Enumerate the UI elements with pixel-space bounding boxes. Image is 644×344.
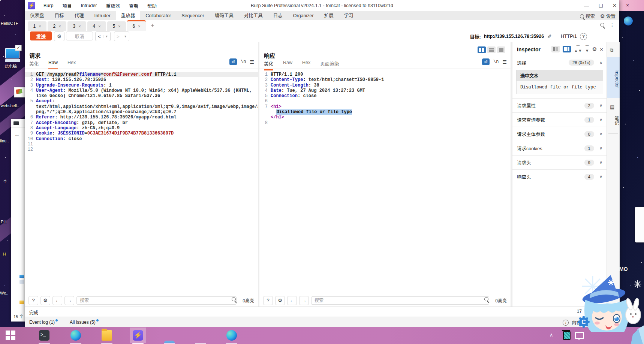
event-log-button[interactable]: Event log (1)	[29, 319, 58, 325]
repeater-tab-2[interactable]: 2×	[48, 21, 66, 31]
inspector-dock-left-icon[interactable]	[551, 46, 560, 52]
side-tab-inspector[interactable]: Inspector	[607, 60, 620, 97]
collapse-all-icon[interactable]: ▔▼	[585, 46, 589, 52]
send-settings-gear-icon[interactable]: ⚙	[54, 31, 64, 41]
edge-icon[interactable]	[70, 330, 81, 341]
tab-Sequencer[interactable]: Sequencer	[176, 11, 209, 20]
word-wrap-toggle-icon[interactable]: ⏎	[229, 58, 237, 65]
inspector-section-请求属性[interactable]: 请求属性2∨	[512, 98, 607, 112]
browser-orb-icon[interactable]	[624, 16, 633, 25]
help-icon[interactable]: ?	[580, 33, 587, 40]
edit-pencil-icon[interactable]: ✎	[546, 34, 552, 39]
protocol-selector[interactable]: HTTP/1	[561, 34, 577, 39]
search-settings-icon[interactable]: ⚙	[40, 296, 50, 305]
tab-代理[interactable]: 代理	[69, 11, 89, 20]
search-help-icon[interactable]: ?	[28, 296, 38, 305]
layout-rows-icon[interactable]	[487, 46, 496, 53]
inspector-section-请求查询参数[interactable]: 请求查询参数1∨	[512, 112, 607, 127]
burp-icon[interactable]: ⚡	[133, 330, 143, 341]
edge2-icon[interactable]	[226, 330, 237, 341]
notes-doc-icon[interactable]: ▤	[610, 104, 614, 110]
subtab-Hex[interactable]: Hex	[67, 60, 76, 69]
desktop-icon-helloctf[interactable]: HelloCTF	[1, 21, 25, 25]
menu-item[interactable]: Burp	[39, 3, 58, 8]
search-prev-icon[interactable]: ←	[52, 296, 62, 305]
chevron-down-icon[interactable]: ∨	[599, 146, 602, 151]
response-search-input[interactable]	[311, 296, 489, 305]
close-tab-icon[interactable]: ×	[78, 24, 81, 28]
tab-Collaborator[interactable]: Collaborator	[140, 11, 176, 20]
menu-item[interactable]: 重放器	[102, 2, 125, 9]
tab-重放器[interactable]: 重放器	[116, 11, 141, 20]
tab-对比工具[interactable]: 对比工具	[239, 11, 268, 20]
request-editor[interactable]: 1GET /myapp/read?filename=conf%2Fserver.…	[25, 72, 258, 294]
layout-single-icon[interactable]	[497, 46, 505, 53]
tab-Intruder[interactable]: Intruder	[89, 11, 116, 20]
inspector-section-请求头[interactable]: 请求头9∨	[512, 155, 607, 169]
word-wrap-toggle-icon[interactable]: ⏎	[482, 58, 490, 65]
tab-仪表盘[interactable]: 仪表盘	[25, 11, 49, 20]
search-next-icon[interactable]: →	[299, 296, 309, 305]
inspector-section-响应头[interactable]: 响应头4∨	[512, 169, 607, 184]
repeater-tab-6[interactable]: 6×	[127, 20, 146, 31]
search-settings-icon[interactable]: ⚙	[275, 296, 285, 305]
tab-目标[interactable]: 目标	[49, 11, 69, 20]
close-tab-icon[interactable]: ×	[58, 24, 61, 28]
response-editor[interactable]: 1HTTP/1.1 2002Content-Type: text/html;ch…	[259, 72, 511, 294]
terminal-icon[interactable]: >_	[39, 330, 49, 341]
chevron-down-icon[interactable]: ∨	[599, 103, 602, 108]
repeater-tab-4[interactable]: 4×	[87, 21, 106, 31]
layout-columns-icon[interactable]	[478, 46, 486, 53]
repeater-tab-3[interactable]: 3×	[67, 21, 86, 31]
history-forward-button[interactable]: >▼	[114, 31, 129, 41]
tray-chevron-icon[interactable]: ∧	[550, 332, 553, 338]
tab-扩展[interactable]: 扩展	[319, 11, 339, 20]
checkbox-icon[interactable]: ✓	[15, 45, 22, 51]
inspector-section-请求cookies[interactable]: 请求cookies1∨	[512, 141, 607, 155]
close-button[interactable]: ×	[613, 2, 616, 9]
more-icon[interactable]: ⋮	[610, 22, 615, 28]
menu-item[interactable]: 项目	[58, 2, 76, 9]
chevron-down-icon[interactable]: ∨	[599, 174, 602, 179]
search-prev-icon[interactable]: ←	[287, 296, 297, 305]
tab-编码工具[interactable]: 编码工具	[210, 11, 239, 20]
chevron-up-icon[interactable]: ∧	[599, 60, 602, 65]
close-tab-icon[interactable]: ×	[118, 24, 120, 28]
subtab-Raw[interactable]: Raw	[48, 60, 58, 69]
show-newlines-toggle[interactable]: \n	[241, 59, 246, 64]
editor-menu-icon[interactable]: ☰	[502, 59, 507, 65]
expand-all-icon[interactable]: ▔▲▼	[574, 46, 582, 52]
all-issues-button[interactable]: All issues (5)	[70, 319, 99, 325]
menu-item[interactable]: 查看	[124, 2, 143, 9]
side-tab-notes[interactable]: 笔记	[607, 112, 620, 129]
start-icon[interactable]	[5, 330, 16, 341]
editor-menu-icon[interactable]: ☰	[250, 59, 254, 65]
inspector-section-请求主体参数[interactable]: 请求主体参数0∨	[512, 127, 607, 141]
close-icon[interactable]: ×	[600, 46, 603, 52]
close-tab-icon[interactable]: ×	[98, 24, 100, 28]
chevron-down-icon[interactable]: ∨	[599, 132, 602, 136]
request-search-input[interactable]	[76, 296, 237, 305]
chevron-down-icon[interactable]: ▼	[122, 35, 129, 38]
explorer-back-icon[interactable]: ←	[11, 128, 25, 138]
maximize-button[interactable]: ☐	[599, 3, 603, 9]
clash-c-badge-icon[interactable]: C	[577, 316, 590, 330]
minimize-button[interactable]: —	[584, 3, 589, 9]
explorer-window-fragment[interactable]: 文件 ← 15 个	[11, 119, 25, 322]
search-icon[interactable]	[600, 23, 604, 27]
desktop-icon-webshell[interactable]: webshell..	[1, 103, 25, 108]
inspector-dock-right-icon[interactable]	[563, 46, 571, 52]
repeater-tab-1[interactable]: 1×	[28, 21, 46, 31]
close-tab-icon[interactable]: ×	[39, 24, 41, 28]
chevron-down-icon[interactable]: ∨	[599, 117, 602, 122]
chevron-down-icon[interactable]: ∨	[599, 160, 602, 165]
dock-panel-icon[interactable]: ⧉	[610, 47, 613, 53]
close-icon[interactable]: ×	[626, 2, 629, 8]
tab-学习[interactable]: 学习	[339, 11, 359, 20]
show-newlines-toggle[interactable]: \n	[493, 59, 499, 64]
explorer-icon[interactable]	[102, 330, 112, 341]
gear-icon[interactable]: ⚙	[592, 46, 597, 52]
global-search[interactable]: 搜索	[580, 12, 595, 19]
global-settings[interactable]: ⚙ 设置	[600, 12, 616, 19]
tab-Organizer[interactable]: Organizer	[288, 11, 319, 20]
